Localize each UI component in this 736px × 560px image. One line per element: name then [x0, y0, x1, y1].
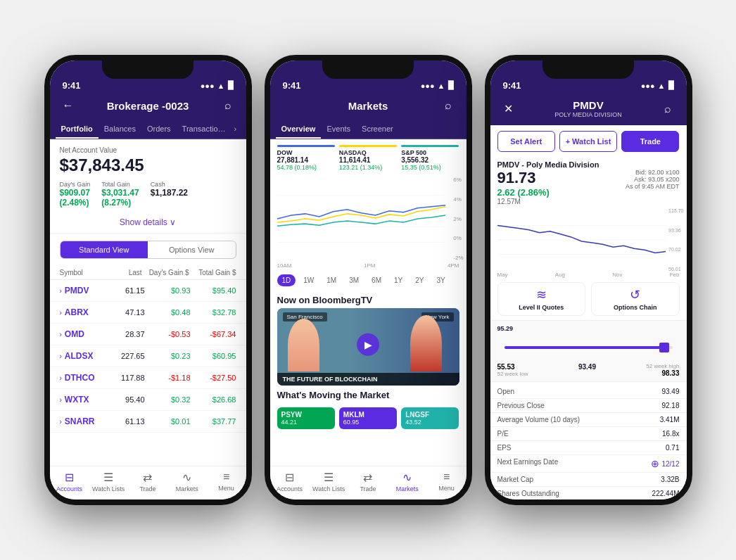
search-icon-1[interactable]: ⌕: [220, 99, 236, 112]
tab-screener[interactable]: Screener: [356, 119, 399, 139]
mover-lngsf-value: 43.52: [405, 419, 455, 426]
mover-lngsf[interactable]: LNGSF 43.52: [401, 407, 459, 429]
stat-value: 222.44M: [652, 490, 680, 497]
period-6m[interactable]: 6M: [367, 274, 386, 286]
total-gain-value: $3,031.47: [101, 188, 139, 198]
set-alert-btn[interactable]: Set Alert: [497, 131, 555, 152]
search-icon-3[interactable]: ⌕: [659, 103, 676, 115]
signal-icon-2: ●●●: [421, 82, 435, 90]
wifi-icon-3: ▲: [658, 82, 666, 90]
menu-label-1: Menu: [218, 485, 234, 492]
table-row[interactable]: › WXTX 95.40 $0.32 $26.68: [50, 389, 246, 411]
tab-overview[interactable]: Overview: [276, 119, 322, 139]
tab-transactions[interactable]: Transactio…: [177, 119, 231, 139]
trade-btn[interactable]: Trade: [621, 131, 679, 152]
stat-value: ⊕ 12/12: [651, 458, 679, 469]
stock-symbol: ABRX: [65, 307, 110, 317]
play-button[interactable]: ▶: [357, 333, 379, 356]
time-periods: 1D 1W 1M 3M 6M 1Y 2Y 3Y: [270, 270, 467, 291]
nav-trade-2[interactable]: ⇄ Trade: [348, 471, 388, 492]
detail-ticker: PMDV: [554, 99, 622, 111]
tab-orders[interactable]: Orders: [141, 119, 177, 139]
show-details[interactable]: Show details ∨: [50, 212, 246, 234]
options-view-btn[interactable]: Options View: [148, 241, 236, 258]
tab-portfolio[interactable]: Portfolio: [56, 119, 99, 139]
dow-name: DOW: [277, 149, 335, 156]
days-gain-label: Day's Gain: [60, 181, 91, 188]
stock-totalgain: $95.40: [191, 286, 236, 295]
mover-psyw[interactable]: PSYW 44.21: [277, 407, 335, 429]
watchlist-btn[interactable]: + Watch List: [559, 131, 617, 152]
period-3y[interactable]: 3Y: [431, 274, 450, 286]
options-chain-icon: ↺: [596, 287, 675, 303]
stock-last: 47.13: [110, 308, 145, 317]
period-1m[interactable]: 1M: [322, 274, 341, 286]
cash-item: Cash $1,187.22: [151, 181, 188, 208]
nav-markets-2[interactable]: ∿ Markets: [388, 471, 427, 492]
nav-menu-2[interactable]: ≡ Menu: [427, 471, 467, 492]
stock-daygain: $0.48: [145, 308, 191, 317]
nasdaq-name: NASDAQ: [339, 149, 397, 156]
chevron-right-icon: ›: [60, 331, 62, 338]
chevron-right-icon: ›: [60, 352, 62, 360]
tab-events[interactable]: Events: [321, 119, 356, 139]
markets-label-2: Markets: [396, 485, 419, 492]
table-row[interactable]: › PMDV 61.15 $0.93 $95.40: [50, 280, 246, 302]
accounts-icon: ⊟: [65, 471, 74, 484]
week52-high-label: 52 week high: [646, 363, 679, 369]
phone-stock-detail: 9:41 ●●● ▲ ▉ ✕ PMDV POLY MEDIA DIVISION …: [485, 55, 692, 505]
accounts-label: Accounts: [56, 485, 82, 492]
standard-view-btn[interactable]: Standard View: [61, 241, 148, 258]
options-chain-card[interactable]: ↺ Options Chain: [591, 282, 680, 316]
table-row[interactable]: › ALDSX 227.65 $0.23 $60.95: [50, 345, 246, 367]
period-3m[interactable]: 3M: [344, 274, 364, 286]
nav-trade-1[interactable]: ⇄ Trade: [128, 471, 167, 492]
stat-value: 93.49: [661, 388, 679, 395]
col-header-daygain: Day's Gain $: [142, 269, 189, 276]
back-icon-1[interactable]: ←: [60, 99, 77, 112]
nav-accounts-2[interactable]: ⊟ Accounts: [270, 471, 310, 492]
chevron-right-icon: ›: [60, 309, 62, 317]
index-sp500: S&P 500 3,556.32 15.35 (0.51%): [401, 145, 459, 171]
phone-notch-2: [322, 61, 414, 79]
search-icon-2[interactable]: ⌕: [440, 99, 457, 112]
bloomberg-video[interactable]: San Francisco New York ▶ THE FUTURE OF B…: [277, 308, 459, 386]
tab-balances[interactable]: Balances: [99, 119, 141, 139]
chart-y-labels-2: 6%4%2%0%-2%: [453, 177, 463, 261]
person-right: [410, 315, 442, 371]
days-gain-pct: (2.48%): [60, 198, 91, 208]
bid: Bid: 92.00 x100: [626, 169, 680, 176]
menu-icon-1: ≡: [223, 471, 229, 483]
nav-accounts[interactable]: ⊟ Accounts: [50, 471, 89, 492]
period-2y[interactable]: 2Y: [410, 274, 429, 286]
table-row[interactable]: › SNARR 61.13 $0.01 $37.77: [50, 411, 246, 433]
period-1w[interactable]: 1W: [298, 274, 319, 286]
price-change: 2.62 (2.86%): [497, 187, 550, 198]
bottom-nav-2: ⊟ Accounts ☰ Watch Lists ⇄ Trade ∿ Marke…: [270, 466, 467, 499]
close-icon[interactable]: ✕: [500, 102, 517, 115]
level2-card[interactable]: ≋ Level II Quotes: [497, 282, 586, 316]
accounts-icon-2: ⊟: [285, 471, 294, 484]
table-row[interactable]: › DTHCO 117.88 -$1.18 -$27.50: [50, 367, 246, 389]
wifi-icon-2: ▲: [438, 82, 445, 90]
nav-watchlists-2[interactable]: ☰ Watch Lists: [309, 471, 348, 492]
phones-container: 9:41 ●●● ▲ ▉ ← Brokerage -0023 ⌕ Portfol…: [30, 41, 706, 519]
nav-markets-1[interactable]: ∿ Markets: [167, 471, 207, 492]
period-1y[interactable]: 1Y: [389, 274, 407, 286]
stock-totalgain: -$27.50: [191, 374, 236, 382]
dow-change: 54.78 (0.18%): [277, 164, 335, 171]
nav-watchlists[interactable]: ☰ Watch Lists: [89, 471, 128, 492]
table-row[interactable]: › ABRX 47.13 $0.48 $32.78: [50, 302, 246, 324]
col-header-totalgain: Total Gain $: [189, 269, 236, 276]
table-row[interactable]: › OMD 28.37 -$0.53 -$67.34: [50, 324, 246, 345]
stat-label: EPS: [497, 444, 512, 452]
nav-menu-1[interactable]: ≡ Menu: [207, 471, 246, 492]
stock-symbol: PMDV: [65, 286, 110, 295]
bottom-nav-1: ⊟ Accounts ☰ Watch Lists ⇄ Trade ∿ Marke…: [50, 466, 246, 499]
period-1d[interactable]: 1D: [277, 274, 296, 286]
options-chain-label: Options Chain: [596, 304, 675, 311]
mover-mklm[interactable]: MKLM 60.95: [339, 407, 397, 429]
stat-label: Next Earnings Date: [497, 458, 559, 469]
markets-chart-svg: [277, 179, 459, 258]
tab-arrow[interactable]: ›: [231, 119, 240, 139]
